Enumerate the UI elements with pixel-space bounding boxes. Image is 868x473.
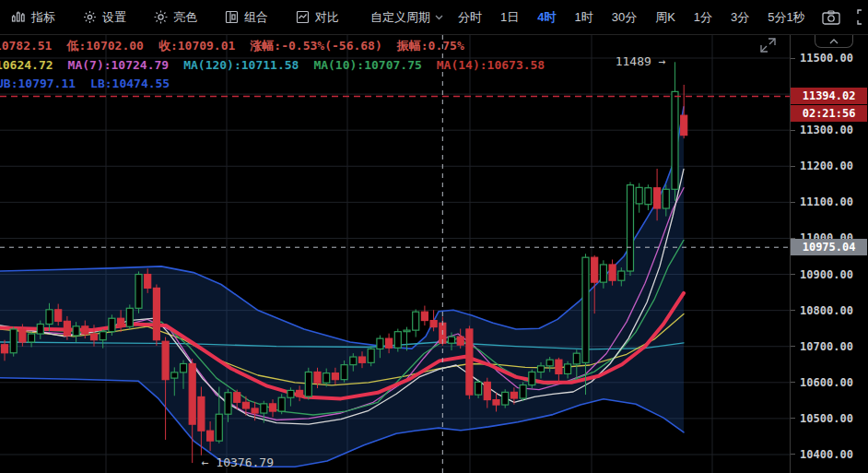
axis-tick: 11200.00	[791, 159, 868, 173]
axis-tick: 11500.00	[791, 51, 868, 65]
restore-zoom-button[interactable]	[759, 37, 780, 55]
combo-icon	[225, 10, 239, 24]
indicator-chart-icon	[11, 11, 26, 24]
toolbar-left-group: 指标设置亮色组合对比	[0, 9, 339, 26]
tab-4时[interactable]: 4时	[537, 9, 556, 26]
axis-tick: 11100.00	[791, 195, 868, 209]
crosshair-price-badge: 10975.04	[791, 239, 867, 255]
price-axis[interactable]: 11500.0011400.0011300.0011200.0011100.00…	[790, 35, 868, 473]
chevron-up-icon	[829, 39, 839, 44]
chevron-down-icon	[435, 15, 443, 20]
indicator-chart-button[interactable]: 指标	[11, 9, 55, 26]
sun-icon	[154, 10, 168, 24]
axis-tick: 10800.00	[791, 303, 868, 318]
price-chart[interactable]: 11489 →← 10376.79 高:10782.51低:10702.00收:…	[0, 35, 790, 473]
tab-30分[interactable]: 30分	[612, 9, 637, 26]
countdown-value: 02:21:56	[803, 107, 856, 120]
tab-3分[interactable]: 3分	[731, 9, 749, 26]
axis-tick: 11300.00	[791, 123, 868, 137]
candle-countdown-badge: 02:21:56	[791, 105, 867, 122]
toolbar-item-label: 亮色	[173, 9, 197, 26]
compare-button[interactable]: 对比	[296, 9, 339, 26]
tab-1时[interactable]: 1时	[574, 9, 592, 26]
sun-button[interactable]: 亮色	[154, 9, 197, 26]
toolbar-item-label: 指标	[31, 9, 55, 26]
crosshair-price-value: 10975.04	[803, 241, 856, 254]
toolbar-item-label: 设置	[102, 9, 126, 26]
restore-zoom-icon	[759, 37, 777, 53]
custom-period-label: 自定义周期	[370, 9, 430, 26]
tab-5分[interactable]: 5分	[768, 9, 786, 26]
toolbar-item-label: 组合	[244, 9, 268, 26]
axis-collapse-button[interactable]	[815, 35, 853, 48]
low-price-annotation: ← 10376.79	[202, 455, 274, 469]
custom-period-dropdown[interactable]: 自定义周期	[370, 9, 443, 26]
axis-tick: 10700.00	[791, 339, 868, 354]
high-price-annotation: 11489 →	[616, 54, 666, 68]
tab-周K[interactable]: 周K	[655, 9, 675, 26]
compare-icon	[296, 10, 310, 24]
gear-icon	[83, 10, 97, 24]
chart-main-area: 11489 →← 10376.79 高:10782.51低:10702.00收:…	[0, 35, 868, 473]
fullscreen-icon	[857, 9, 868, 25]
axis-tick: 10500.00	[791, 411, 868, 426]
fullscreen-button[interactable]	[857, 9, 868, 25]
toolbar-item-label: 对比	[315, 9, 339, 26]
current-price-badge: 11394.02	[791, 88, 867, 104]
tab-分时[interactable]: 分时	[458, 9, 482, 26]
candlestick-canvas: 11489 →← 10376.79	[0, 35, 791, 473]
axis-tick: 10400.00	[791, 447, 868, 462]
combo-button[interactable]: 组合	[225, 9, 268, 26]
toolbar-right-group: 1秒	[787, 9, 868, 26]
axis-tick: 10600.00	[791, 375, 868, 390]
axis-tick: 10900.00	[791, 267, 868, 282]
chart-toolbar: 指标设置亮色组合对比 自定义周期 分时1日4时1时30分周K1分3分5分 1秒	[0, 0, 868, 35]
tab-1分[interactable]: 1分	[694, 9, 712, 26]
tab-1日[interactable]: 1日	[500, 9, 519, 26]
current-price-value: 11394.02	[803, 89, 856, 102]
screenshot-button[interactable]	[822, 10, 840, 25]
interval-1s-button[interactable]: 1秒	[787, 9, 805, 26]
camera-icon	[822, 10, 840, 25]
trading-chart-app: 指标设置亮色组合对比 自定义周期 分时1日4时1时30分周K1分3分5分 1秒	[0, 0, 868, 473]
period-tabs: 分时1日4时1时30分周K1分3分5分	[458, 9, 787, 26]
gear-button[interactable]: 设置	[83, 9, 126, 26]
